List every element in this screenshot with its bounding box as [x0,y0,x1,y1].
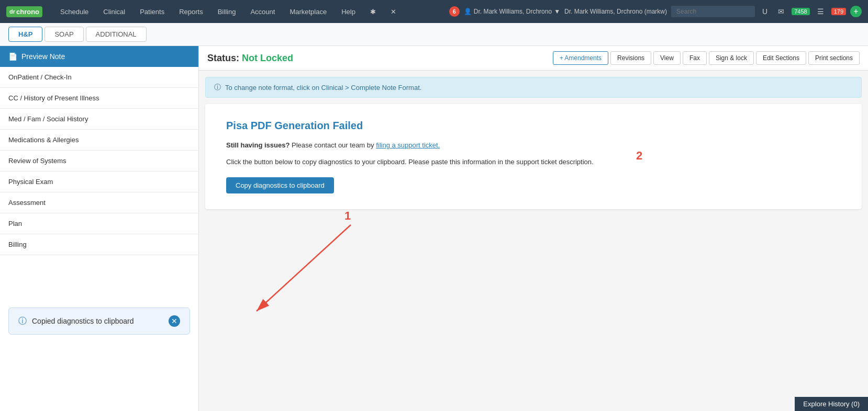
status-label: Status: [207,53,239,63]
list-count-badge: 179 [831,8,846,15]
search-input[interactable] [671,6,755,17]
sidebar-item-billing[interactable]: Billing [0,234,198,255]
underline-icon: U [759,7,771,16]
sign-lock-button[interactable]: Sign & lock [709,51,754,65]
document-icon: 📄 [8,52,17,61]
main-layout: 📄 Preview Note OnPatient / Check-In CC /… [0,46,868,411]
sidebar: 📄 Preview Note OnPatient / Check-In CC /… [0,46,199,411]
amendments-button[interactable]: + Amendments [553,51,608,65]
user-primary[interactable]: 👤 Dr. Mark Williams, Drchrono ▼ [464,8,560,15]
sidebar-item-onpatient[interactable]: OnPatient / Check-In [0,67,198,88]
nav-billing[interactable]: Billing [210,0,243,23]
sidebar-item-cc-history[interactable]: CC / History of Present Illness [0,88,198,109]
info-icon-banner: ⓘ [214,83,221,92]
user-secondary: Dr. Mark Williams, Drchrono (markw) [564,8,667,15]
logo-dr: dr [9,8,15,15]
view-button[interactable]: View [653,51,681,65]
logo-chrono: chrono [16,8,39,16]
preview-note-button[interactable]: 📄 Preview Note [0,46,198,67]
sidebar-item-plan[interactable]: Plan [0,213,198,234]
support-ticket-link[interactable]: filing a support ticket. [376,141,440,149]
logo: dr chrono [6,6,42,17]
revisions-button[interactable]: Revisions [610,51,651,65]
nav-clinical[interactable]: Clinical [96,0,132,23]
nav-items: Schedule Clinical Patients Reports Billi… [53,0,449,23]
info-banner-text: To change note format, click on Clinical… [225,84,421,92]
nav-help[interactable]: Help [334,0,363,23]
logo-area: dr chrono [6,6,42,17]
nav-marketplace[interactable]: Marketplace [282,0,334,23]
edit-sections-button[interactable]: Edit Sections [756,51,806,65]
print-sections-button[interactable]: Print sections [808,51,860,65]
status-value: Not Locked [242,53,293,63]
nav-right: 6 👤 Dr. Mark Williams, Drchrono ▼ Dr. Ma… [449,6,862,17]
contact-text: Please contact our team by [292,141,376,149]
sidebar-item-review-systems[interactable]: Review of Systems [0,151,198,172]
mail-count-badge: 7458 [792,8,809,15]
nav-schedule[interactable]: Schedule [53,0,96,23]
content-header: Status: Not Locked + Amendments Revision… [199,46,868,71]
nav-patients[interactable]: Patients [132,0,172,23]
explore-history-button[interactable]: Explore History (0) [795,397,868,411]
still-having-text: Still having issues? [226,141,290,149]
add-button[interactable]: + [850,6,862,17]
status-display: Status: Not Locked [207,53,293,64]
fax-button[interactable]: Fax [683,51,707,65]
tab-additional[interactable]: ADDITIONAL [86,27,147,42]
toast-left: ⓘ Copied diagnostics to clipboard [18,316,134,327]
secondary-nav: H&P SOAP ADDITIONAL [0,23,868,46]
toast-text: Copied diagnostics to clipboard [32,317,134,325]
nav-bluetooth[interactable]: ✱ [363,0,383,23]
info-banner: ⓘ To change note format, click on Clinic… [205,77,862,98]
error-body: Still having issues? Please contact our … [226,140,841,151]
content-area: Status: Not Locked + Amendments Revision… [199,46,868,411]
sidebar-item-assessment[interactable]: Assessment [0,192,198,213]
notification-badge[interactable]: 6 [449,6,460,17]
nav-reports[interactable]: Reports [172,0,210,23]
tab-hp[interactable]: H&P [8,27,42,42]
toast-notification: ⓘ Copied diagnostics to clipboard ✕ [8,307,190,335]
mail-icon[interactable]: ✉ [775,7,787,16]
toast-close-button[interactable]: ✕ [169,315,180,327]
error-desc: Click the button below to copy diagnosti… [226,157,841,167]
action-buttons: + Amendments Revisions View Fax Sign & l… [553,51,860,65]
nav-close[interactable]: ✕ [383,0,404,23]
tab-soap[interactable]: SOAP [44,27,83,42]
nav-account[interactable]: Account [243,0,282,23]
error-title: Pisa PDF Generation Failed [226,120,841,132]
info-icon: ⓘ [18,316,27,327]
top-nav: dr chrono Schedule Clinical Patients Rep… [0,0,868,23]
list-icon[interactable]: ☰ [814,7,827,16]
sidebar-item-physical-exam[interactable]: Physical Exam [0,172,198,192]
sidebar-item-med-fam[interactable]: Med / Fam / Social History [0,109,198,130]
sidebar-item-medications[interactable]: Medications & Allergies [0,130,198,151]
copy-diagnostics-button[interactable]: Copy diagnostics to clipboard [226,177,334,193]
error-card: Pisa PDF Generation Failed Still having … [205,104,862,209]
